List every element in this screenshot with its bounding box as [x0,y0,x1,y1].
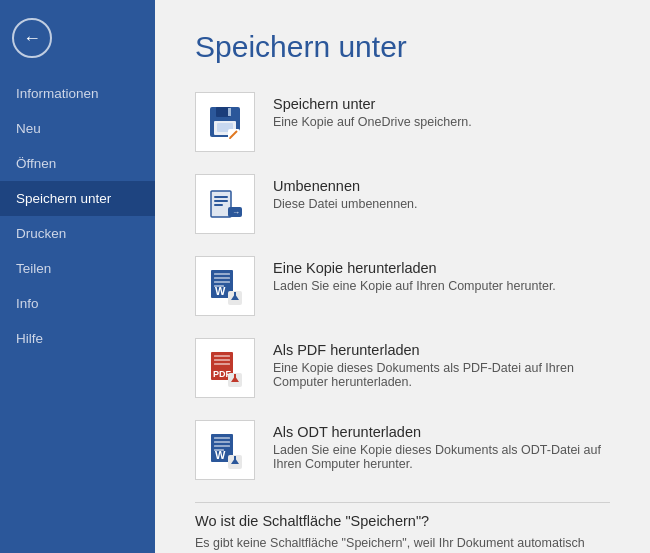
svg-rect-16 [214,273,230,275]
svg-text:→: → [232,208,240,217]
svg-rect-40 [234,456,236,461]
option-speichern-unter[interactable]: Speichern unter Eine Kopie auf OneDrive … [195,92,610,152]
option-pdf-herunterladen-desc: Eine Kopie dieses Dokuments als PDF-Date… [273,361,610,389]
option-kopie-herunterladen[interactable]: W Eine Kopie herunterladen Laden Sie ein… [195,256,610,316]
option-umbenennen-desc: Diese Datei umbenennen. [273,197,418,211]
download-word-icon: W [206,267,244,305]
save-onedrive-icon [206,103,244,141]
back-button[interactable]: ← [12,18,52,58]
svg-rect-34 [214,441,230,443]
option-odt-herunterladen-text: Als ODT herunterladen Laden Sie eine Kop… [273,420,610,471]
svg-rect-27 [214,363,230,365]
svg-rect-18 [214,281,230,283]
svg-rect-17 [214,277,230,279]
option-umbenennen-title: Umbenennen [273,178,418,194]
option-umbenennen[interactable]: → Umbenennen Diese Datei umbenennen. [195,174,610,234]
option-kopie-herunterladen-text: Eine Kopie herunterladen Laden Sie eine … [273,256,556,293]
page-title: Speichern unter [195,30,610,64]
svg-rect-12 [214,204,223,206]
option-odt-herunterladen-title: Als ODT herunterladen [273,424,610,440]
option-pdf-herunterladen[interactable]: PDF Als PDF herunterladen Eine Kopie die… [195,338,610,398]
sidebar-item-hilfe[interactable]: Hilfe [0,321,155,356]
svg-rect-1 [216,107,230,117]
download-pdf-icon: PDF [206,349,244,387]
sidebar-nav: Informationen Neu Öffnen Speichern unter… [0,76,155,356]
option-speichern-unter-title: Speichern unter [273,96,472,112]
option-kopie-herunterladen-desc: Laden Sie eine Kopie auf Ihren Computer … [273,279,556,293]
rename-icon-container: → [195,174,255,234]
faq-answer: Es gibt keine Schaltfläche "Speichern", … [195,535,610,553]
svg-rect-26 [214,359,230,361]
option-speichern-unter-text: Speichern unter Eine Kopie auf OneDrive … [273,92,472,129]
sidebar-item-informationen[interactable]: Informationen [0,76,155,111]
svg-rect-10 [214,196,228,198]
option-pdf-herunterladen-text: Als PDF herunterladen Eine Kopie dieses … [273,338,610,389]
option-umbenennen-text: Umbenennen Diese Datei umbenennen. [273,174,418,211]
sidebar-item-neu[interactable]: Neu [0,111,155,146]
svg-rect-31 [234,374,236,379]
svg-rect-35 [214,445,230,447]
rename-icon: → [206,185,244,223]
svg-text:W: W [215,285,226,297]
svg-rect-2 [228,108,231,116]
download-pdf-icon-container: PDF [195,338,255,398]
sidebar-item-info[interactable]: Info [0,286,155,321]
faq-section: Wo ist die Schaltfläche "Speichern"? Es … [195,502,610,553]
svg-rect-25 [214,355,230,357]
back-icon: ← [23,28,41,49]
svg-rect-11 [214,200,228,202]
sidebar-item-teilen[interactable]: Teilen [0,251,155,286]
option-speichern-unter-desc: Eine Kopie auf OneDrive speichern. [273,115,472,129]
download-odt-icon-container: W [195,420,255,480]
sidebar: ← Informationen Neu Öffnen Speichern unt… [0,0,155,553]
save-onedrive-icon-container [195,92,255,152]
download-odt-icon: W [206,431,244,469]
option-odt-herunterladen[interactable]: W Als ODT herunterladen Laden Sie eine K… [195,420,610,480]
svg-text:W: W [215,449,226,461]
sidebar-item-drucken[interactable]: Drucken [0,216,155,251]
download-word-icon-container: W [195,256,255,316]
option-odt-herunterladen-desc: Laden Sie eine Kopie dieses Dokuments al… [273,443,610,471]
sidebar-item-oeffnen[interactable]: Öffnen [0,146,155,181]
svg-rect-33 [214,437,230,439]
option-pdf-herunterladen-title: Als PDF herunterladen [273,342,610,358]
sidebar-item-speichern-unter[interactable]: Speichern unter [0,181,155,216]
option-kopie-herunterladen-title: Eine Kopie herunterladen [273,260,556,276]
faq-question: Wo ist die Schaltfläche "Speichern"? [195,513,610,529]
svg-rect-23 [234,292,236,297]
main-content: Speichern unter Speichern unter Eine Kop… [155,0,650,553]
